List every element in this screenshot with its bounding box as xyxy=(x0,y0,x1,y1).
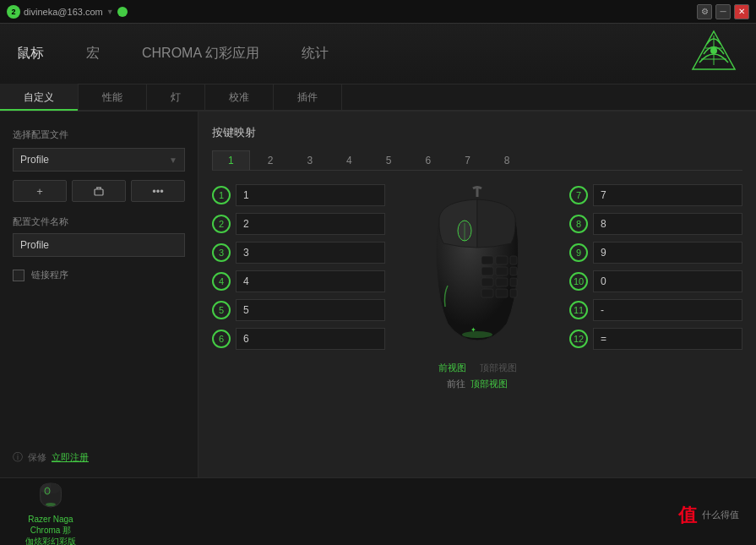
minimize-button[interactable]: ─ xyxy=(715,4,731,19)
map-input-5[interactable] xyxy=(236,299,385,321)
profile-tab-7[interactable]: 7 xyxy=(449,150,487,170)
map-input-4[interactable] xyxy=(236,270,385,292)
map-input-6[interactable] xyxy=(236,328,385,350)
tab-performance[interactable]: 性能 xyxy=(79,84,147,111)
svg-rect-10 xyxy=(496,256,508,264)
svg-rect-13 xyxy=(496,267,508,275)
map-input-11[interactable] xyxy=(593,299,742,321)
register-link[interactable]: 立即注册 xyxy=(52,451,89,464)
mouse-visualization: ✦ 前视图 顶部视图 前往 顶部视图 xyxy=(399,184,556,390)
map-row-11: 11 xyxy=(569,299,742,321)
nav-macro[interactable]: 宏 xyxy=(86,45,100,63)
profile-tab-8[interactable]: 8 xyxy=(488,150,526,170)
title-bar: 2 divineka@163.com ▼ ⚙ ─ ✕ xyxy=(0,0,756,24)
map-input-2[interactable] xyxy=(236,213,385,235)
add-profile-button[interactable]: + xyxy=(13,180,67,202)
map-row-1: 1 xyxy=(212,184,385,206)
warranty-text: 保修 xyxy=(28,451,46,464)
user-info: 2 divineka@163.com ▼ xyxy=(7,5,128,19)
button-num-3: 3 xyxy=(212,243,231,262)
nav-prefix: 前往 xyxy=(447,378,465,390)
profile-dropdown[interactable]: Profile ▼ xyxy=(13,148,185,172)
nav-chroma[interactable]: CHROMA 幻彩应用 xyxy=(142,45,259,63)
settings-button[interactable]: ⚙ xyxy=(697,4,712,19)
button-num-7: 7 xyxy=(569,186,588,204)
profile-action-buttons: + ••• xyxy=(13,180,185,202)
mapping-layout: 1 2 3 4 5 xyxy=(212,184,742,390)
button-num-11: 11 xyxy=(569,301,588,319)
sidebar: 选择配置文件 Profile ▼ + ••• 配置文件名称 链接程序 ⓘ 保修 … xyxy=(0,112,199,477)
profile-tab-5[interactable]: 5 xyxy=(370,150,408,170)
nav-mouse[interactable]: 鼠标 xyxy=(17,45,44,63)
title-bar-left: 2 divineka@163.com ▼ xyxy=(7,5,128,19)
map-row-10: 10 xyxy=(569,270,742,292)
map-input-1[interactable] xyxy=(236,184,385,206)
link-program-checkbox[interactable] xyxy=(13,270,24,281)
button-num-2: 2 xyxy=(212,215,231,233)
user-dot: 2 xyxy=(7,5,20,19)
promo-area: 值 什么得值 xyxy=(678,503,739,528)
close-button[interactable]: ✕ xyxy=(734,4,749,19)
profile-tab-6[interactable]: 6 xyxy=(409,150,447,170)
tab-customize[interactable]: 自定义 xyxy=(0,84,79,111)
svg-rect-12 xyxy=(481,267,493,275)
more-options-button[interactable]: ••• xyxy=(131,180,185,202)
map-input-3[interactable] xyxy=(236,242,385,264)
tab-calibrate[interactable]: 校准 xyxy=(205,84,274,111)
button-num-5: 5 xyxy=(212,301,231,319)
map-row-6: 6 xyxy=(212,328,385,350)
map-row-12: 12 xyxy=(569,328,742,350)
profile-tab-3[interactable]: 3 xyxy=(291,150,329,170)
map-input-12[interactable] xyxy=(593,328,742,350)
header-nav: 鼠标 宏 CHROMA 幻彩应用 统计 xyxy=(17,45,739,63)
profile-name-input[interactable] xyxy=(13,233,185,257)
tab-light[interactable]: 灯 xyxy=(147,84,205,111)
map-row-2: 2 xyxy=(212,213,385,235)
mouse-image: ✦ xyxy=(410,184,545,353)
link-program-label: 链接程序 xyxy=(31,269,68,281)
button-num-6: 6 xyxy=(212,330,231,348)
map-row-9: 9 xyxy=(569,242,742,264)
profile-tab-4[interactable]: 4 xyxy=(330,150,368,170)
button-num-1: 1 xyxy=(212,186,231,204)
map-input-8[interactable] xyxy=(593,213,742,235)
window-controls: ⚙ ─ ✕ xyxy=(697,4,749,19)
promo-text: 什么得值 xyxy=(702,509,739,521)
status-dot xyxy=(117,7,128,17)
device-entry[interactable]: Razer Naga Chroma 那 伽炫彩幻彩版 xyxy=(17,477,84,545)
right-button-mappings: 7 8 9 10 11 xyxy=(569,184,742,350)
front-view-btn[interactable]: 前视图 xyxy=(438,362,466,374)
device-bar: Razer Naga Chroma 那 伽炫彩幻彩版 值 什么得值 xyxy=(0,477,756,545)
map-input-9[interactable] xyxy=(593,242,742,264)
nav-top-link[interactable]: 顶部视图 xyxy=(470,378,508,390)
razer-logo xyxy=(688,27,739,81)
profile-value: Profile xyxy=(20,154,49,166)
svg-rect-19 xyxy=(496,289,508,297)
svg-rect-20 xyxy=(510,289,517,297)
view-controls: 前视图 顶部视图 xyxy=(438,362,517,374)
nav-stats[interactable]: 统计 xyxy=(302,45,329,63)
map-input-10[interactable] xyxy=(593,270,742,292)
promo-icon: 值 xyxy=(678,503,697,528)
delete-profile-button[interactable] xyxy=(72,180,126,202)
dropdown-arrow[interactable]: ▼ xyxy=(106,8,114,16)
profile-tab-1[interactable]: 1 xyxy=(212,150,250,170)
svg-point-21 xyxy=(462,331,492,338)
button-num-9: 9 xyxy=(569,243,588,262)
svg-rect-11 xyxy=(510,256,517,264)
map-row-3: 3 xyxy=(212,242,385,264)
main-panel: 按键映射 1 2 3 4 5 6 7 8 1 2 xyxy=(199,112,756,477)
map-row-7: 7 xyxy=(569,184,742,206)
panel-title: 按键映射 xyxy=(212,125,742,140)
view-navigation: 前往 顶部视图 xyxy=(447,378,508,390)
svg-rect-2 xyxy=(95,189,103,195)
map-input-7[interactable] xyxy=(593,184,742,206)
svg-rect-15 xyxy=(481,278,493,286)
svg-point-23 xyxy=(45,488,50,494)
svg-rect-17 xyxy=(510,278,517,286)
tab-plugin[interactable]: 插件 xyxy=(274,84,342,111)
info-icon: ⓘ xyxy=(13,450,23,465)
profile-tab-2[interactable]: 2 xyxy=(252,150,290,170)
dropdown-arrow-icon: ▼ xyxy=(169,155,177,165)
top-view-btn[interactable]: 顶部视图 xyxy=(480,362,517,374)
